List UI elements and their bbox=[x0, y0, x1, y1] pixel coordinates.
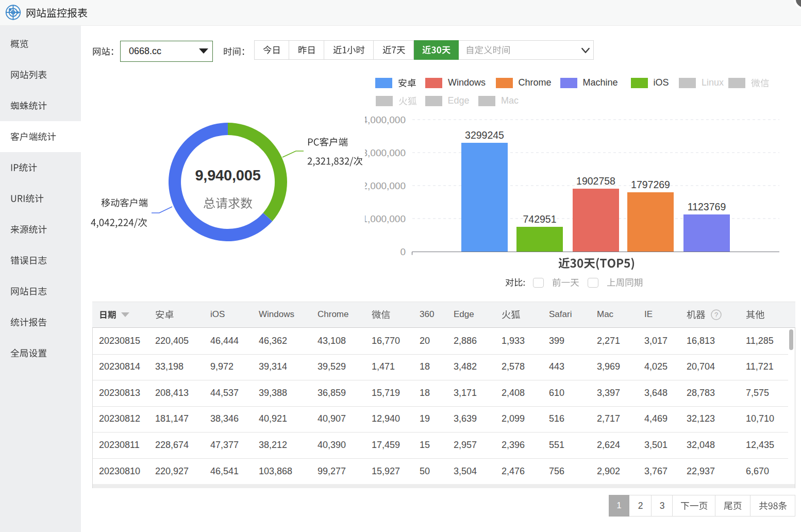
svg-text:?: ? bbox=[714, 311, 718, 319]
